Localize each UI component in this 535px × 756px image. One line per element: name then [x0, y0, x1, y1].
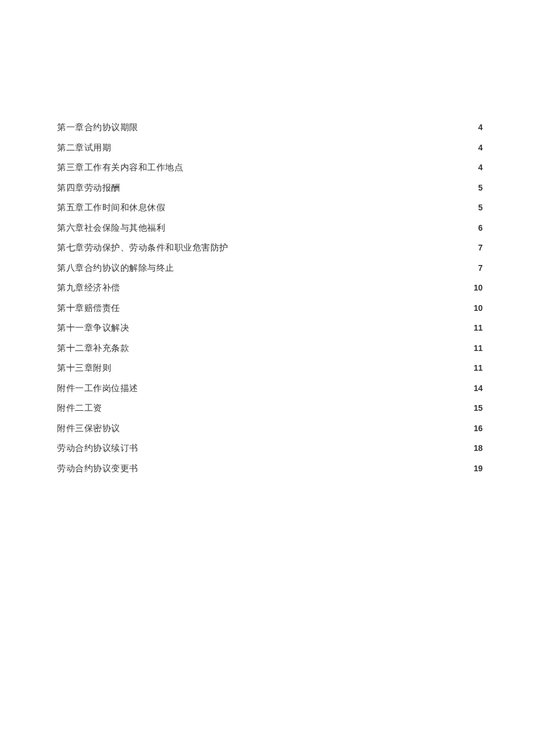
- toc-entry: 第十三章附则 11: [57, 363, 483, 383]
- toc-entry-title: 第三章工作有关内容和工作地点: [57, 162, 183, 173]
- toc-entry: 第二章试用期 4: [57, 142, 483, 163]
- toc-entry-title: 附件三保密协议: [57, 423, 120, 434]
- toc-entry: 第三章工作有关内容和工作地点 4: [57, 162, 483, 182]
- toc-entry-page: 16: [473, 424, 483, 433]
- toc-entry-title: 第一章合约协议期限: [57, 122, 138, 133]
- toc-entry-title: 第二章试用期: [57, 142, 111, 153]
- toc-entry: 第七章劳动保护、劳动条件和职业危害防护 7: [57, 242, 483, 263]
- toc-entry-page: 10: [473, 303, 483, 313]
- toc-entry: 劳动合约协议续订书 18: [57, 443, 483, 463]
- toc-entry-title: 第十章赔偿责任: [57, 303, 120, 314]
- toc-entry-page: 7: [478, 243, 483, 252]
- toc-entry: 附件三保密协议 16: [57, 423, 483, 443]
- toc-entry: 附件二工资 15: [57, 403, 483, 423]
- toc-entry: 第五章工作时间和休息休假 5: [57, 202, 483, 223]
- toc-entry-page: 14: [473, 384, 483, 393]
- toc-entry-title: 第十三章附则: [57, 363, 111, 374]
- toc-entry-title: 附件二工资: [57, 403, 102, 414]
- toc-entry: 第八章合约协议的解除与终止 7: [57, 263, 483, 283]
- toc-entry-page: 11: [473, 363, 483, 372]
- toc-entry-page: 10: [473, 283, 483, 292]
- toc-entry-page: 5: [478, 183, 483, 192]
- toc-entry-page: 11: [473, 323, 483, 332]
- toc-entry-title: 第十一章争议解决: [57, 323, 129, 334]
- toc-entry-page: 5: [478, 203, 483, 212]
- toc-entry-title: 第六章社会保险与其他福利: [57, 223, 165, 234]
- toc-entry-page: 4: [478, 123, 483, 132]
- toc-entry-title: 附件一工作岗位描述: [57, 383, 138, 394]
- toc-entry: 第十章赔偿责任 10: [57, 303, 483, 323]
- toc-entry: 附件一工作岗位描述 14: [57, 383, 483, 403]
- toc-entry-page: 6: [478, 223, 483, 232]
- toc-entry: 劳动合约协议变更书 19: [57, 463, 483, 483]
- toc-entry-page: 4: [478, 163, 483, 172]
- toc-entry-page: 18: [473, 443, 483, 453]
- toc-entry-page: 19: [473, 464, 483, 473]
- toc-entry: 第九章经济补偿 10: [57, 282, 483, 303]
- toc-entry-title: 第四章劳动报酬: [57, 182, 120, 194]
- toc-entry: 第十二章补充条款 11: [57, 343, 483, 363]
- toc-entry-title: 第八章合约协议的解除与终止: [57, 263, 174, 274]
- table-of-contents: 第一章合约协议期限 4 第二章试用期 4 第三章工作有关内容和工作地点 4 第四…: [57, 122, 483, 483]
- toc-entry-page: 15: [473, 403, 483, 413]
- toc-entry: 第十一章争议解决 11: [57, 323, 483, 343]
- toc-entry-title: 第九章经济补偿: [57, 282, 120, 293]
- toc-entry-title: 第五章工作时间和休息休假: [57, 202, 165, 213]
- toc-entry-page: 7: [478, 263, 483, 273]
- toc-entry-title: 劳动合约协议变更书: [57, 463, 138, 474]
- toc-entry-page: 4: [478, 143, 483, 152]
- toc-entry-page: 11: [473, 343, 483, 353]
- toc-entry: 第一章合约协议期限 4: [57, 122, 483, 142]
- toc-entry: 第六章社会保险与其他福利 6: [57, 223, 483, 243]
- toc-entry: 第四章劳动报酬 5: [57, 182, 483, 203]
- toc-entry-title: 第七章劳动保护、劳动条件和职业危害防护: [57, 242, 229, 253]
- toc-entry-title: 第十二章补充条款: [57, 343, 129, 354]
- toc-entry-title: 劳动合约协议续订书: [57, 443, 138, 454]
